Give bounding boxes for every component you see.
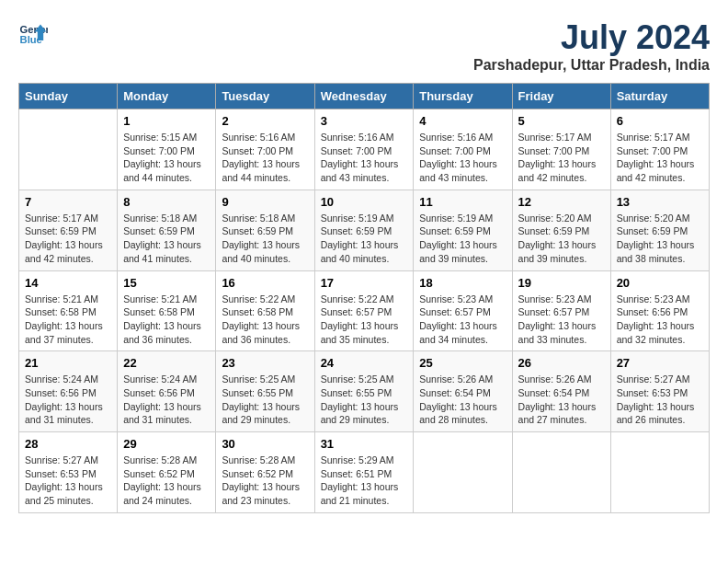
calendar-cell (512, 432, 610, 513)
day-number: 21 (25, 356, 111, 370)
calendar-week-row: 7Sunrise: 5:17 AMSunset: 6:59 PMDaylight… (19, 190, 710, 270)
day-number: 7 (25, 195, 111, 209)
weekday-header-cell: Wednesday (314, 84, 414, 109)
calendar-cell: 29Sunrise: 5:28 AMSunset: 6:52 PMDayligh… (118, 432, 216, 513)
calendar-cell: 23Sunrise: 5:25 AMSunset: 6:55 PMDayligh… (216, 351, 314, 432)
day-number: 23 (222, 356, 308, 370)
calendar-cell: 15Sunrise: 5:21 AMSunset: 6:58 PMDayligh… (118, 270, 216, 351)
location-subtitle: Parshadepur, Uttar Pradesh, India (473, 57, 710, 74)
day-number: 28 (25, 437, 111, 451)
day-number: 2 (222, 114, 308, 128)
day-info: Sunrise: 5:21 AMSunset: 6:58 PMDaylight:… (25, 293, 111, 347)
calendar-cell: 16Sunrise: 5:22 AMSunset: 6:58 PMDayligh… (216, 270, 314, 351)
day-number: 5 (518, 114, 605, 128)
day-info: Sunrise: 5:19 AMSunset: 6:59 PMDaylight:… (419, 212, 506, 266)
calendar-cell: 31Sunrise: 5:29 AMSunset: 6:51 PMDayligh… (314, 432, 414, 513)
day-number: 15 (123, 276, 210, 290)
day-info: Sunrise: 5:16 AMSunset: 7:00 PMDaylight:… (222, 131, 308, 185)
day-number: 8 (123, 195, 210, 209)
day-number: 27 (617, 356, 703, 370)
calendar-table: SundayMondayTuesdayWednesdayThursdayFrid… (18, 83, 710, 513)
calendar-cell: 25Sunrise: 5:26 AMSunset: 6:54 PMDayligh… (414, 351, 512, 432)
day-number: 4 (419, 114, 506, 128)
calendar-cell: 19Sunrise: 5:23 AMSunset: 6:57 PMDayligh… (512, 270, 610, 351)
day-info: Sunrise: 5:27 AMSunset: 6:53 PMDaylight:… (25, 454, 111, 508)
day-number: 18 (419, 276, 506, 290)
calendar-cell: 21Sunrise: 5:24 AMSunset: 6:56 PMDayligh… (19, 351, 118, 432)
day-info: Sunrise: 5:17 AMSunset: 7:00 PMDaylight:… (617, 131, 703, 185)
day-info: Sunrise: 5:28 AMSunset: 6:52 PMDaylight:… (222, 454, 308, 508)
day-info: Sunrise: 5:25 AMSunset: 6:55 PMDaylight:… (321, 373, 408, 427)
day-info: Sunrise: 5:18 AMSunset: 6:59 PMDaylight:… (222, 212, 308, 266)
calendar-cell: 14Sunrise: 5:21 AMSunset: 6:58 PMDayligh… (19, 270, 118, 351)
day-info: Sunrise: 5:19 AMSunset: 6:59 PMDaylight:… (321, 212, 408, 266)
day-info: Sunrise: 5:15 AMSunset: 7:00 PMDaylight:… (123, 131, 210, 185)
day-number: 30 (222, 437, 308, 451)
day-number: 1 (123, 114, 210, 128)
day-number: 12 (518, 195, 605, 209)
day-info: Sunrise: 5:26 AMSunset: 6:54 PMDaylight:… (518, 373, 605, 427)
calendar-cell (19, 109, 118, 190)
day-number: 6 (617, 114, 703, 128)
day-number: 22 (123, 356, 210, 370)
calendar-cell: 12Sunrise: 5:20 AMSunset: 6:59 PMDayligh… (512, 190, 610, 270)
day-info: Sunrise: 5:23 AMSunset: 6:57 PMDaylight:… (419, 293, 506, 347)
day-info: Sunrise: 5:24 AMSunset: 6:56 PMDaylight:… (25, 373, 111, 427)
day-number: 29 (123, 437, 210, 451)
day-number: 20 (617, 276, 703, 290)
calendar-week-row: 1Sunrise: 5:15 AMSunset: 7:00 PMDaylight… (19, 109, 710, 190)
month-year-title: July 2024 (473, 18, 710, 57)
day-info: Sunrise: 5:22 AMSunset: 6:58 PMDaylight:… (222, 293, 308, 347)
calendar-cell: 8Sunrise: 5:18 AMSunset: 6:59 PMDaylight… (118, 190, 216, 270)
day-number: 26 (518, 356, 605, 370)
day-info: Sunrise: 5:21 AMSunset: 6:58 PMDaylight:… (123, 293, 210, 347)
calendar-cell: 20Sunrise: 5:23 AMSunset: 6:56 PMDayligh… (610, 270, 709, 351)
page-header: General Blue July 2024 Parshadepur, Utta… (18, 18, 710, 74)
weekday-header-row: SundayMondayTuesdayWednesdayThursdayFrid… (19, 84, 710, 109)
day-number: 19 (518, 276, 605, 290)
calendar-cell: 13Sunrise: 5:20 AMSunset: 6:59 PMDayligh… (610, 190, 709, 270)
calendar-cell: 18Sunrise: 5:23 AMSunset: 6:57 PMDayligh… (414, 270, 512, 351)
calendar-cell: 3Sunrise: 5:16 AMSunset: 7:00 PMDaylight… (314, 109, 414, 190)
weekday-header-cell: Monday (118, 84, 216, 109)
calendar-week-row: 14Sunrise: 5:21 AMSunset: 6:58 PMDayligh… (19, 270, 710, 351)
day-number: 16 (222, 276, 308, 290)
calendar-week-row: 21Sunrise: 5:24 AMSunset: 6:56 PMDayligh… (19, 351, 710, 432)
calendar-cell (414, 432, 512, 513)
day-number: 25 (419, 356, 506, 370)
day-number: 24 (321, 356, 408, 370)
day-info: Sunrise: 5:28 AMSunset: 6:52 PMDaylight:… (123, 454, 210, 508)
calendar-cell: 24Sunrise: 5:25 AMSunset: 6:55 PMDayligh… (314, 351, 414, 432)
day-info: Sunrise: 5:16 AMSunset: 7:00 PMDaylight:… (321, 131, 408, 185)
day-number: 14 (25, 276, 111, 290)
calendar-cell: 27Sunrise: 5:27 AMSunset: 6:53 PMDayligh… (610, 351, 709, 432)
calendar-body: 1Sunrise: 5:15 AMSunset: 7:00 PMDaylight… (19, 109, 710, 513)
calendar-cell: 26Sunrise: 5:26 AMSunset: 6:54 PMDayligh… (512, 351, 610, 432)
day-number: 13 (617, 195, 703, 209)
day-number: 11 (419, 195, 506, 209)
day-info: Sunrise: 5:24 AMSunset: 6:56 PMDaylight:… (123, 373, 210, 427)
calendar-cell: 22Sunrise: 5:24 AMSunset: 6:56 PMDayligh… (118, 351, 216, 432)
day-info: Sunrise: 5:23 AMSunset: 6:56 PMDaylight:… (617, 293, 703, 347)
day-info: Sunrise: 5:29 AMSunset: 6:51 PMDaylight:… (321, 454, 408, 508)
calendar-cell: 2Sunrise: 5:16 AMSunset: 7:00 PMDaylight… (216, 109, 314, 190)
weekday-header-cell: Saturday (610, 84, 709, 109)
day-info: Sunrise: 5:17 AMSunset: 7:00 PMDaylight:… (518, 131, 605, 185)
calendar-cell: 30Sunrise: 5:28 AMSunset: 6:52 PMDayligh… (216, 432, 314, 513)
calendar-week-row: 28Sunrise: 5:27 AMSunset: 6:53 PMDayligh… (19, 432, 710, 513)
day-number: 3 (321, 114, 408, 128)
day-number: 10 (321, 195, 408, 209)
calendar-cell: 10Sunrise: 5:19 AMSunset: 6:59 PMDayligh… (314, 190, 414, 270)
calendar-cell: 6Sunrise: 5:17 AMSunset: 7:00 PMDaylight… (610, 109, 709, 190)
day-info: Sunrise: 5:16 AMSunset: 7:00 PMDaylight:… (419, 131, 506, 185)
calendar-cell: 9Sunrise: 5:18 AMSunset: 6:59 PMDaylight… (216, 190, 314, 270)
calendar-cell: 4Sunrise: 5:16 AMSunset: 7:00 PMDaylight… (414, 109, 512, 190)
calendar-cell: 7Sunrise: 5:17 AMSunset: 6:59 PMDaylight… (19, 190, 118, 270)
day-info: Sunrise: 5:20 AMSunset: 6:59 PMDaylight:… (617, 212, 703, 266)
day-number: 9 (222, 195, 308, 209)
day-info: Sunrise: 5:17 AMSunset: 6:59 PMDaylight:… (25, 212, 111, 266)
weekday-header-cell: Tuesday (216, 84, 314, 109)
day-info: Sunrise: 5:22 AMSunset: 6:57 PMDaylight:… (321, 293, 408, 347)
logo-icon: General Blue (18, 18, 48, 48)
day-number: 17 (321, 276, 408, 290)
